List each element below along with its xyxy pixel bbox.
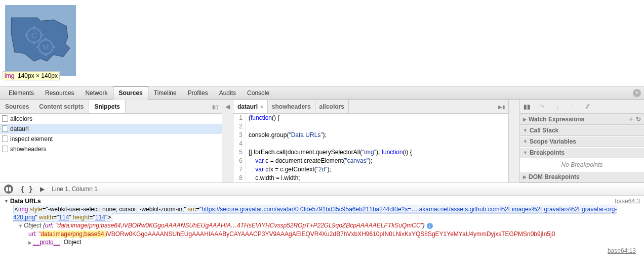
source-link[interactable]: base64:13 <box>608 247 640 255</box>
dom-breakpoints-header[interactable]: ▶DOM Breakpoints <box>520 171 644 182</box>
editor-play-icon[interactable]: ▶▮ <box>495 104 508 110</box>
close-devtools-button[interactable]: × <box>633 89 641 97</box>
nav-tab-content-scripts[interactable]: Content scripts <box>34 100 89 113</box>
cursor-position: Line 1, Column 1 <box>52 186 98 193</box>
tab-network[interactable]: Network <box>79 86 113 100</box>
snippets-list: allcolorsdataurlinspect elementshowheade… <box>0 114 222 181</box>
pretty-print-button[interactable]: { } <box>20 185 33 193</box>
tab-profiles[interactable]: Profiles <box>182 86 214 100</box>
logo-image: C M <box>8 8 73 73</box>
snippet-item[interactable]: inspect element <box>0 134 222 144</box>
editor-tab-allcolors[interactable]: allcolors <box>315 100 349 113</box>
snippet-item[interactable]: dataurl <box>0 124 222 134</box>
svg-text:M: M <box>43 42 49 51</box>
snippet-item[interactable]: allcolors <box>0 114 222 124</box>
file-icon <box>2 146 8 152</box>
nav-back-icon[interactable]: ◀ <box>222 100 233 113</box>
breakpoints-header[interactable]: ▼Breakpoints <box>520 147 644 158</box>
svg-text:C: C <box>31 31 37 39</box>
console-output: ▼Data URLs base64:3 <img style="-webkit-… <box>0 196 644 251</box>
pause-on-exceptions-button[interactable]: ▮▮ <box>4 184 13 194</box>
editor-tab-dataurl[interactable]: dataurl × <box>233 100 268 113</box>
console-group-header[interactable]: ▼Data URLs base64:3 <box>4 197 640 205</box>
step-out-button[interactable]: ↑ <box>569 103 577 111</box>
tab-console[interactable]: Console <box>242 86 275 100</box>
tab-sources[interactable]: Sources <box>113 86 148 100</box>
object-proto[interactable]: ▶__proto__: Object <box>4 238 640 247</box>
info-icon[interactable]: i <box>427 223 433 229</box>
tab-timeline[interactable]: Timeline <box>148 86 182 100</box>
run-button[interactable]: ▶ <box>40 186 45 193</box>
pause-button[interactable]: ▮▮ <box>523 103 531 111</box>
editor-tab-showheaders[interactable]: showheaders <box>268 100 315 113</box>
refresh-watch-icon[interactable]: ↻ <box>636 116 641 123</box>
nav-tab-sources[interactable]: Sources <box>0 100 34 113</box>
object-property-url[interactable]: url: "data:image/png;base64,iVBORw0KGgoA… <box>4 230 640 238</box>
source-link[interactable]: base64:3 <box>615 197 640 205</box>
step-over-button[interactable]: ↷ <box>538 103 546 111</box>
dimension-tooltip: img 140px × 140px <box>3 71 60 80</box>
file-icon <box>2 135 8 142</box>
devtools-tabbar: ElementsResourcesNetworkSourcesTimelineP… <box>0 86 644 100</box>
snippet-item[interactable]: showheaders <box>0 144 222 154</box>
tab-resources[interactable]: Resources <box>39 86 79 100</box>
tab-audits[interactable]: Audits <box>214 86 242 100</box>
watch-expressions-header[interactable]: ▶Watch Expressions+↻ <box>520 114 644 125</box>
debugger-sidebar: ▮▮ ↷ ↓ ↑ ⁄⁄ ▶Watch Expressions+↻ ▼Call S… <box>519 100 644 182</box>
call-stack-header[interactable]: ▼Call Stack <box>520 125 644 136</box>
no-breakpoints-label: No Breakpoints <box>520 158 644 171</box>
inspected-image[interactable]: C M <box>5 5 76 76</box>
console-log-element[interactable]: <img style="-webkit-user-select: none; c… <box>4 205 640 221</box>
file-icon <box>2 125 8 132</box>
close-tab-icon[interactable]: × <box>260 104 263 110</box>
hide-navigator-icon[interactable]: ▮▯ <box>209 104 222 110</box>
editor-tabs: dataurl ×showheadersallcolors ▶▮ <box>233 100 508 114</box>
add-watch-icon[interactable]: + <box>629 116 633 123</box>
file-icon <box>2 115 8 122</box>
step-into-button[interactable]: ↓ <box>553 103 561 111</box>
nav-tab-snippets[interactable]: Snippets <box>89 100 126 113</box>
deactivate-breakpoints-button[interactable]: ⁄⁄ <box>584 103 592 111</box>
console-log-object[interactable]: ▼Object {url: "data:image/png;base64,iVB… <box>4 221 640 230</box>
code-editor[interactable]: 123456789 (function() {console.group("Da… <box>233 114 508 181</box>
tab-elements[interactable]: Elements <box>3 86 39 100</box>
scope-variables-header[interactable]: ▼Scope Variables <box>520 136 644 147</box>
page-preview: C M img 140px × 140px <box>0 0 644 86</box>
editor-statusbar: ▮▮ { } ▶ Line 1, Column 1 <box>0 183 644 196</box>
navigator-tabs: SourcesContent scriptsSnippets <box>0 100 126 113</box>
